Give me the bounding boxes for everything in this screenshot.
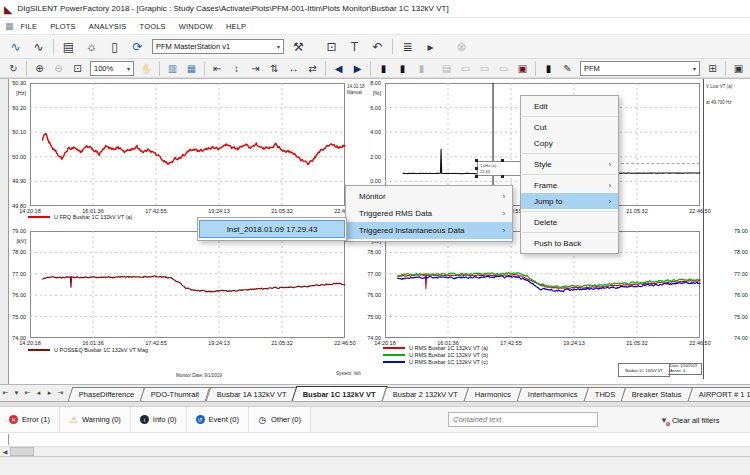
scale-y-icon[interactable]: ↕	[227, 60, 246, 77]
ctx-cut[interactable]: Cut	[521, 119, 618, 135]
clear-all-filters-button[interactable]: ▼✕ Clear all filters	[660, 412, 719, 428]
legend-label: U RMS Busbar 1C 132kV VT (a)	[409, 345, 488, 351]
jump-monitor[interactable]: Monitor›	[346, 188, 512, 205]
menu-analysis[interactable]: ANALYSIS	[89, 22, 127, 31]
edit-page-icon[interactable]: ✎	[558, 60, 577, 77]
ctx-copy[interactable]: Copy	[521, 135, 618, 151]
zoom-all-icon[interactable]: ⊡	[68, 60, 87, 77]
plot-area-frequency[interactable]	[30, 83, 345, 206]
graphic-combo[interactable]: PFM MasterStation v1▾	[152, 39, 284, 54]
graphic-tools-icon[interactable]: ⚒	[287, 37, 310, 57]
tab-nav-button-5[interactable]: ⇥	[55, 387, 66, 399]
zoom-level-combo[interactable]: 100%▾	[90, 61, 134, 76]
tile-grid-icon[interactable]: ▦	[182, 60, 201, 77]
scroll-left-button[interactable]: ◀	[0, 447, 10, 456]
title-block-icon[interactable]: ▣	[513, 60, 532, 77]
axis-unit-label: [Hz]	[0, 90, 26, 96]
search-input[interactable]	[448, 412, 598, 427]
redraw-icon[interactable]: ↻	[4, 60, 23, 77]
new-page-icon[interactable]: ▯	[103, 37, 126, 57]
undo-icon[interactable]: ↶	[366, 37, 389, 57]
tile-vertical-icon[interactable]: ▥	[163, 60, 182, 77]
menu-tools[interactable]: TOOLS	[139, 22, 165, 31]
zoom-y-icon[interactable]: ⇅	[265, 60, 284, 77]
tab-busbar-2-132kv-vt[interactable]: Busbar 2 132kV VT	[382, 387, 470, 401]
menu-window[interactable]: WINDOW	[179, 22, 213, 31]
tab-airport-1-132kv[interactable]: AIRPORT # 1 132kV	[687, 387, 750, 401]
output-window[interactable]	[0, 433, 750, 446]
digsilent-logo-icon: ◣	[4, 4, 12, 14]
ctx-delete[interactable]: Delete	[521, 214, 618, 230]
menu-plots[interactable]: PLOTS	[50, 22, 76, 31]
ctx-edit[interactable]: Edit	[521, 98, 618, 114]
tab-interharmonics[interactable]: Interharmonics	[517, 387, 589, 401]
menu-item-label: Delete	[534, 218, 557, 227]
chevron-down-icon: ▾	[124, 65, 130, 72]
compress-x-icon[interactable]: ⇄	[303, 60, 322, 77]
curve-plot-icon[interactable]: ∿	[27, 37, 50, 57]
stretch-x-icon[interactable]: ↔	[284, 60, 303, 77]
tab-harmonics[interactable]: Harmonics	[464, 387, 522, 401]
copy-page-icon[interactable]: ▣	[729, 60, 748, 77]
plot-area-possec-voltage[interactable]	[30, 231, 345, 338]
y-tick-label: 50.20	[0, 105, 26, 111]
bulb-icon[interactable]: ☼	[80, 37, 103, 57]
insert-plot-icon[interactable]: ∿	[4, 37, 27, 57]
tab-busbar-1a-132kv-vt[interactable]: Busbar 1A 132kV VT	[205, 387, 297, 401]
report-icon[interactable]: ▤	[57, 37, 80, 57]
page-refresh-icon[interactable]: ⟳	[126, 37, 149, 57]
jump-triggered-instantaneous-data[interactable]: Triggered Instantaneous Data›	[346, 222, 512, 239]
prev-page-icon[interactable]: ◀	[329, 60, 348, 77]
text-frame-icon[interactable]: T	[343, 37, 366, 57]
ctx-push-to-back[interactable]: Push to Back	[521, 235, 618, 251]
print-icon[interactable]: ⊞	[703, 60, 722, 77]
black-page-icon[interactable]: ▮	[539, 60, 558, 77]
output-window-icon[interactable]: ≣	[396, 37, 419, 57]
dark-panel-icon[interactable]: ▮	[374, 60, 393, 77]
menu-file[interactable]: FILE	[21, 22, 38, 31]
page-combo[interactable]: PFM▾	[580, 61, 700, 76]
y-tick-label: 6.00	[355, 105, 381, 111]
tab-nav-button-2[interactable]: ⇤	[22, 387, 33, 399]
script-editor-icon[interactable]: ▸	[419, 37, 442, 57]
tab-phasedifference[interactable]: PhaseDifference	[68, 387, 146, 401]
filter-error-button[interactable]: ✕Error (1)	[0, 407, 60, 432]
menu-item-label: Triggered Instantaneous Data	[359, 226, 465, 235]
tab-busbar-1c-132kv-vt[interactable]: Busbar 1C 132kV VT	[292, 386, 388, 401]
selection-handle[interactable]	[475, 175, 478, 178]
selection-handle[interactable]	[475, 159, 478, 162]
zoom-in-icon[interactable]: ⊕	[30, 60, 49, 77]
filter-warning-button[interactable]: ⚠Warning (0)	[60, 407, 131, 432]
output-hscrollbar[interactable]: ◀	[0, 446, 750, 456]
filter-event-button[interactable]: ↺Event (0)	[187, 407, 249, 432]
tab-nav-button-4[interactable]: ▸	[44, 387, 55, 399]
menu-help[interactable]: HELP	[226, 22, 246, 31]
zoom-x-icon[interactable]: ⇥	[246, 60, 265, 77]
next-page-icon[interactable]: ▶	[348, 60, 367, 77]
ctx-jump-to[interactable]: Jump to›	[521, 193, 618, 209]
menu-separator	[522, 232, 617, 233]
ctx-style[interactable]: Style›	[521, 156, 618, 172]
filter-info-button[interactable]: iInfo (0)	[131, 407, 187, 432]
jump-triggered-rms-data[interactable]: Triggered RMS Data›	[346, 205, 512, 222]
inst-inst-2018-01-09-17-29-43[interactable]: Inst_2018.01.09 17.29.43	[199, 220, 345, 238]
tab-nav-button-1[interactable]: ▾	[11, 387, 22, 399]
toolbar-separator	[325, 61, 326, 76]
report-small-icon: ▤	[437, 60, 456, 77]
tab-pdo-thumrait[interactable]: PDO-Thumrait	[140, 387, 211, 401]
selection-handle[interactable]	[501, 175, 504, 178]
x-tick-label: 19:24:13	[554, 340, 594, 346]
x-tick-label: 17:42:55	[491, 340, 531, 346]
selection-handle[interactable]	[501, 159, 504, 162]
dark-panel2-icon[interactable]: ▮	[393, 60, 412, 77]
selection-handle[interactable]	[475, 167, 478, 170]
zoom-frame-icon[interactable]: ⊡	[320, 37, 343, 57]
tab-thds[interactable]: THDS	[583, 387, 626, 401]
ctx-frame[interactable]: Frame›	[521, 177, 618, 193]
tab-nav-button-0[interactable]: ⇤	[0, 387, 11, 399]
tab-breaker-status[interactable]: Breaker Status	[621, 387, 693, 401]
filter-other-button[interactable]: ◷Other (0)	[249, 407, 311, 432]
scroll-thumb[interactable]	[10, 447, 34, 456]
scale-x-icon[interactable]: ⇤	[208, 60, 227, 77]
tab-nav-button-3[interactable]: ◂	[33, 387, 44, 399]
